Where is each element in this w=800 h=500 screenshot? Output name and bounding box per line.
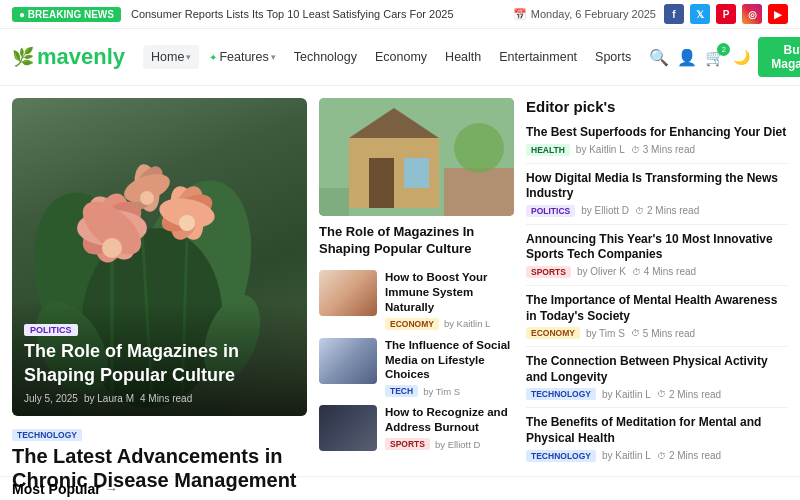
main-content: POLITICS The Role of Magazines in Shapin… [0, 86, 800, 476]
header: 🌿 mavenly Home ▾ ✦ Features ▾ Technology… [0, 29, 800, 86]
hero-readtime: 4 Mins read [140, 393, 192, 404]
hero-column: POLITICS The Role of Magazines in Shapin… [12, 98, 307, 464]
mid-hero-image[interactable] [319, 98, 514, 216]
article-tag: SPORTS [385, 438, 430, 450]
article-author: by Kaitlin L [444, 318, 490, 329]
arrow-right-icon: → [106, 482, 118, 496]
social-icons: f 𝕏 P ◎ ▶ [664, 4, 788, 24]
read-time: ⏱ 4 Mins read [632, 266, 696, 277]
middle-column: The Role of Magazines In Shaping Popular… [319, 98, 514, 464]
hero-image-container[interactable]: POLITICS The Role of Magazines in Shapin… [12, 98, 307, 416]
list-item: Announcing This Year's 10 Most Innovativ… [526, 232, 788, 286]
editor-item-title: The Benefits of Meditation for Mental an… [526, 415, 788, 446]
list-item: How Digital Media Is Transforming the Ne… [526, 171, 788, 225]
twitter-icon[interactable]: 𝕏 [690, 4, 710, 24]
breaking-badge: ● BREAKING NEWS [12, 7, 121, 22]
svg-point-20 [140, 191, 154, 205]
editor-item-title: The Connection Between Physical Activity… [526, 354, 788, 385]
article-meta: SPORTS by Elliott D [385, 438, 514, 450]
pinterest-icon[interactable]: P [716, 4, 736, 24]
calendar-icon: 📅 [513, 8, 527, 21]
nav-home[interactable]: Home ▾ [143, 45, 199, 69]
main-nav: Home ▾ ✦ Features ▾ Technology Economy H… [143, 45, 639, 69]
editor-item-title: Announcing This Year's 10 Most Innovativ… [526, 232, 788, 263]
article-tag: TECH [385, 385, 418, 397]
svg-point-16 [179, 215, 195, 231]
star-icon: ✦ [209, 52, 217, 63]
clock-icon: ⏱ [657, 389, 666, 399]
cart-badge: 2 [717, 43, 730, 56]
nav-sports[interactable]: Sports [587, 45, 639, 69]
mid-hero-title: The Role of Magazines In Shaping Popular… [319, 224, 514, 258]
article-author: by Elliott D [435, 439, 480, 450]
nav-features[interactable]: ✦ Features ▾ [201, 45, 283, 69]
breaking-text: Consumer Reports Lists Its Top 10 Least … [131, 8, 503, 20]
editor-item-meta: POLITICS by Elliott D ⏱ 2 Mins read [526, 205, 788, 217]
svg-point-11 [102, 238, 122, 258]
nav-health[interactable]: Health [437, 45, 489, 69]
hero-overlay: POLITICS The Role of Magazines in Shapin… [12, 301, 307, 416]
svg-rect-28 [319, 188, 349, 216]
editor-picks-column: Editor pick's The Best Superfoods for En… [526, 98, 788, 464]
editor-item-meta: SPORTS by Oliver K ⏱ 4 Mins read [526, 266, 788, 278]
youtube-icon[interactable]: ▶ [768, 4, 788, 24]
nav-entertainment[interactable]: Entertainment [491, 45, 585, 69]
chevron-down-icon: ▾ [271, 52, 276, 62]
mid-hero-bg [319, 98, 514, 216]
editor-item-title: How Digital Media Is Transforming the Ne… [526, 171, 788, 202]
clock-icon: ⏱ [632, 267, 641, 277]
hero-tag: POLITICS [24, 324, 78, 336]
editor-tag: ECONOMY [526, 327, 580, 339]
instagram-icon[interactable]: ◎ [742, 4, 762, 24]
logo-icon: 🌿 [12, 46, 34, 68]
editor-author: by Elliott D [581, 205, 629, 216]
editor-tag: HEALTH [526, 144, 570, 156]
editor-item-meta: TECHNOLOGY by Kaitlin L ⏱ 2 Mins read [526, 450, 788, 462]
chevron-down-icon: ▾ [186, 52, 191, 62]
logo-text: mavenly [37, 44, 125, 70]
editor-author: by Kaitlin L [576, 144, 625, 155]
editor-tag: TECHNOLOGY [526, 388, 596, 400]
dark-mode-icon[interactable]: 🌙 [733, 49, 750, 65]
buy-button[interactable]: Buy Magazin [758, 37, 800, 77]
editor-author: by Kaitlin L [602, 389, 651, 400]
article-title: The Influence of Social Media on Lifesty… [385, 338, 514, 383]
article-info: The Influence of Social Media on Lifesty… [385, 338, 514, 398]
breaking-news-bar: ● BREAKING NEWS Consumer Reports Lists I… [0, 0, 800, 29]
list-item: The Benefits of Meditation for Mental an… [526, 415, 788, 468]
article-thumbnail [319, 338, 377, 384]
svg-rect-27 [404, 158, 429, 188]
editor-tag: POLITICS [526, 205, 575, 217]
hero-meta: July 5, 2025 by Laura M 4 Mins read [24, 393, 295, 404]
editor-item-title: The Best Superfoods for Enhancing Your D… [526, 125, 788, 141]
hero-below-tag: TECHNOLOGY [12, 429, 82, 441]
svg-rect-29 [444, 168, 514, 216]
article-info: How to Boost Your Immune System Naturall… [385, 270, 514, 330]
search-icon[interactable]: 🔍 [649, 48, 669, 67]
svg-rect-26 [369, 158, 394, 208]
editor-author: by Tim S [586, 328, 625, 339]
logo[interactable]: 🌿 mavenly [12, 44, 125, 70]
user-icon[interactable]: 👤 [677, 48, 697, 67]
list-item: How to Boost Your Immune System Naturall… [319, 270, 514, 330]
header-right: 🔍 👤 🛒 2 🌙 Buy Magazin ☰ [649, 37, 800, 77]
hero-date: July 5, 2025 [24, 393, 78, 404]
facebook-icon[interactable]: f [664, 4, 684, 24]
list-item: The Influence of Social Media on Lifesty… [319, 338, 514, 398]
cart-icon[interactable]: 🛒 2 [705, 48, 725, 67]
read-time: ⏱ 3 Mins read [631, 144, 695, 155]
article-thumbnail [319, 270, 377, 316]
editor-author: by Kaitlin L [602, 450, 651, 461]
nav-technology[interactable]: Technology [286, 45, 365, 69]
hero-author: by Laura M [84, 393, 134, 404]
list-item: The Best Superfoods for Enhancing Your D… [526, 125, 788, 164]
article-meta: TECH by Tim S [385, 385, 514, 397]
editor-tag: SPORTS [526, 266, 571, 278]
editor-tag: TECHNOLOGY [526, 450, 596, 462]
breaking-right: 📅 Monday, 6 February 2025 f 𝕏 P ◎ ▶ [513, 4, 788, 24]
list-item: How to Recognize and Address Burnout SPO… [319, 405, 514, 451]
editor-author: by Oliver K [577, 266, 626, 277]
nav-economy[interactable]: Economy [367, 45, 435, 69]
editor-item-meta: HEALTH by Kaitlin L ⏱ 3 Mins read [526, 144, 788, 156]
editor-item-meta: ECONOMY by Tim S ⏱ 5 Mins read [526, 327, 788, 339]
